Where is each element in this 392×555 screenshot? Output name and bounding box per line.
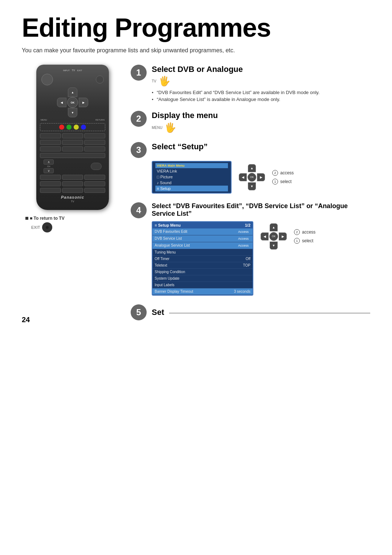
num-btn-6[interactable] (84, 140, 105, 145)
blue-button[interactable] (81, 125, 86, 130)
exit-sub-label: EXIT (31, 225, 40, 230)
off-timer-value: Off (246, 257, 250, 261)
btm-btn-7[interactable] (40, 188, 61, 193)
btm-btn-6[interactable] (84, 181, 105, 186)
main-menu-screen: VIERA Main Menu VIERA Link □ Picture ♪ S… (152, 161, 232, 194)
viera-link-label: VIERA Link (157, 169, 177, 173)
exit-circle-button[interactable] (42, 222, 52, 232)
nav-d-down-3[interactable]: ▼ (248, 182, 256, 190)
access-text-4: access (302, 230, 315, 235)
red-button[interactable] (59, 125, 64, 130)
select-label-4: 1 select (294, 238, 315, 244)
step-3-title: Select “Setup” (152, 142, 208, 151)
step-5-title: Set (152, 308, 164, 317)
ch-buttons: ∧ CH ∨ (44, 159, 54, 173)
top-left-button[interactable] (41, 74, 53, 85)
btm-btn-4[interactable] (40, 181, 61, 186)
step-1-circle: 1 (131, 65, 147, 81)
num-btn-2[interactable] (62, 133, 83, 138)
page-title: Editing Programmes (22, 15, 370, 41)
input-labels-label: Input Labels (155, 283, 175, 287)
remote-control: INPUT TV EXIT ▲ ◀ OK (36, 65, 109, 210)
num-btn-5[interactable] (62, 140, 83, 145)
dvb-service-access: Access (236, 236, 250, 241)
setup-row-off-timer: Off Timer Off (152, 256, 253, 262)
page-number: 24 (22, 316, 30, 324)
step-3-nav: ▲ ◀ OK ▶ ▼ (239, 164, 294, 190)
setup-label: ≡ Setup (157, 186, 171, 191)
nav-left[interactable]: ◀ (57, 98, 66, 107)
num-btn-4[interactable] (40, 140, 61, 145)
nav-d-right-3[interactable]: ▶ (257, 173, 265, 181)
nav-right[interactable]: ▶ (79, 98, 88, 107)
nav-d-ok-3[interactable]: OK (248, 173, 256, 182)
nav-ok[interactable]: OK (67, 97, 78, 108)
btm-btn-8[interactable] (62, 188, 83, 193)
step-3-circle: 3 (131, 142, 147, 158)
nav-d-up-3[interactable]: ▲ (248, 164, 256, 172)
step-4-title: Select “DVB Favourites Edit”, “DVB Servi… (152, 202, 370, 218)
wide-button[interactable] (40, 153, 105, 158)
nav-d-left-3[interactable]: ◀ (239, 173, 247, 181)
input-label: INPUT (63, 69, 70, 72)
nav-d-ok-4[interactable]: OK (269, 232, 278, 241)
exit-button[interactable] (96, 76, 104, 84)
bottom-grid-2 (40, 181, 105, 186)
menu-side-label: MENU (41, 119, 47, 121)
btm-btn-2[interactable] (62, 175, 83, 180)
num-btn-3[interactable] (84, 133, 105, 138)
menu-item-setup: ≡ Setup (155, 186, 228, 191)
setup-row-banner: Banner Display Timeout 3 seconds (152, 288, 253, 295)
access-label-4: 2 access (294, 229, 315, 235)
dvb-fav-access: Access (236, 230, 250, 234)
tv-button-label: TV (152, 79, 156, 83)
ch-up[interactable]: ∧ (44, 159, 54, 165)
step-4-content: ≡ Setup Menu 1/2 DVB Favourites Edit Acc… (152, 221, 370, 296)
shipping-label: Shipping Condition (155, 270, 185, 274)
circled-1-3: 1 (272, 179, 278, 185)
return-side-label: RETURN (95, 119, 105, 121)
system-label: System Update (155, 276, 179, 280)
nav-down[interactable]: ▼ (68, 108, 77, 117)
step-1-section: 1 Select DVB or Analogue TV 🖐 (131, 65, 370, 102)
access-label-3: 2 access (272, 170, 294, 176)
select-label-3: 1 select (272, 179, 294, 185)
number-grid-3 (40, 146, 105, 151)
number-grid-2 (40, 140, 105, 145)
nav-d-left-4[interactable]: ◀ (261, 232, 269, 240)
hand-icon-2: 🖐 (164, 122, 176, 133)
setup-row-teletext: Teletext TOP (152, 262, 253, 269)
analogue-access: Access (236, 243, 250, 248)
setup-row-tuning: Tuning Menu (152, 249, 253, 256)
nav-up[interactable]: ▲ (68, 88, 77, 97)
ch-down[interactable]: ∨ (44, 168, 54, 173)
yellow-button[interactable] (74, 125, 79, 130)
green-button[interactable] (66, 125, 72, 130)
step-2-section: 2 Display the menu MENU 🖐 (131, 111, 370, 133)
vol-button[interactable] (91, 163, 102, 170)
select-text-4: select (302, 238, 313, 243)
setup-menu-title: ≡ Setup Menu (155, 223, 181, 227)
btm-btn-1[interactable] (40, 175, 61, 180)
step-4-circle: 4 (131, 202, 147, 218)
step-3-content: VIERA Main Menu VIERA Link □ Picture ♪ S… (152, 161, 370, 194)
select-text-3: select (280, 179, 291, 184)
num-btn-7[interactable] (40, 146, 61, 151)
btm-btn-3[interactable] (84, 175, 105, 180)
num-btn-8[interactable] (62, 146, 83, 151)
btm-btn-9[interactable] (84, 188, 105, 193)
tv-bottom-label: TV (40, 200, 105, 203)
teletext-label: Teletext (155, 263, 167, 267)
bottom-grid-3 (40, 188, 105, 193)
bottom-grid-1 (40, 175, 105, 180)
nav-d-right-4[interactable]: ▶ (279, 232, 287, 240)
num-btn-1[interactable] (40, 133, 61, 138)
nav-d-down-4[interactable]: ▼ (270, 242, 278, 250)
nav-d-up-4[interactable]: ▲ (270, 223, 278, 231)
nav-labels-3: 2 access 1 select (272, 170, 294, 185)
nav-diagram-3: ▲ ◀ OK ▶ ▼ (239, 164, 265, 190)
step-4-nav: ▲ ◀ OK ▶ ▼ (261, 223, 315, 250)
to-return-tv-section: ■ To return to TV EXIT (25, 216, 123, 232)
num-btn-9[interactable] (84, 146, 105, 151)
btm-btn-5[interactable] (62, 181, 83, 186)
